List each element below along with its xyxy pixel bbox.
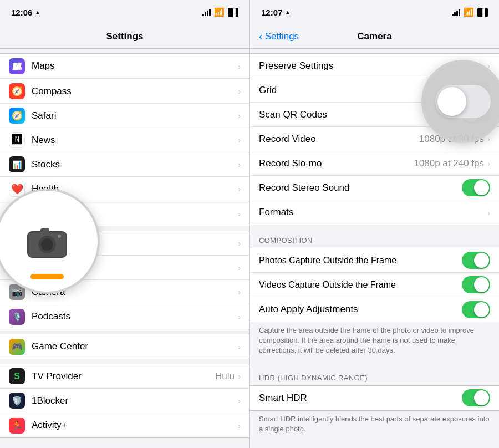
chevron-icon: › [238, 62, 241, 71]
row-label: 1Blocker [32, 395, 238, 406]
chevron-icon: › [238, 86, 241, 96]
composition-footer: Capture the area outside the frame of th… [250, 322, 499, 363]
toggle-zoom-inner [435, 85, 491, 118]
list-item[interactable]: 🗺️ Maps › [0, 54, 249, 78]
chevron-icon: › [238, 209, 241, 218]
right-time: 12:07 [261, 8, 282, 17]
chevron-icon: › [238, 312, 241, 322]
left-phone: 12:06 ▲ 📶 ▐ Settings 🗺️ Maps [0, 0, 249, 448]
auto-apply-toggle[interactable] [462, 301, 490, 318]
toggle-thumb [474, 277, 489, 292]
chevron-icon: › [238, 111, 241, 120]
toggle-thumb [474, 302, 489, 317]
list-item[interactable]: Auto Apply Adjustments [250, 297, 499, 322]
wifi-icon: 📶 [214, 7, 225, 17]
battery-icon: ▐ [477, 8, 488, 17]
row-label: Auto Apply Adjustments [259, 304, 462, 315]
chevron-icon: › [238, 263, 241, 272]
row-label: Compass [32, 86, 238, 97]
photos-outside-toggle[interactable] [462, 252, 490, 269]
toggle-thumb [474, 180, 489, 195]
left-status-bar: 12:06 ▲ 📶 ▐ [0, 0, 249, 24]
row-label: Videos Capture Outside the Frame [259, 280, 462, 290]
compass-icon: 🧭 [9, 83, 25, 99]
right-status-bar: 12:07 ▲ 📶 ▐ [250, 0, 499, 24]
left-location-icon: ▲ [34, 9, 40, 16]
list-item[interactable]: 🧭 Safari › [0, 104, 249, 128]
smart-hdr-toggle[interactable] [462, 389, 490, 406]
videos-outside-toggle[interactable] [462, 276, 490, 293]
row-label: Activity+ [32, 420, 238, 431]
battery-icon: ▐ [228, 8, 238, 17]
toggle-zoom-thumb [437, 87, 466, 116]
toggle-thumb [474, 253, 489, 268]
podcasts-icon: 🎙️ [9, 309, 25, 325]
row-label: Smart HDR [259, 393, 462, 404]
toggle-zoom-circle [421, 60, 499, 143]
chevron-icon: › [238, 396, 241, 405]
back-chevron-icon: ‹ [259, 30, 263, 43]
camera-svg-icon [25, 222, 69, 261]
row-label: Maps [32, 60, 238, 72]
list-item[interactable]: 🎮 Game Center › [0, 334, 249, 359]
svg-point-5 [58, 235, 61, 238]
settings-group-3: 🎮 Game Center › [0, 334, 249, 359]
camera-group-2: Photos Capture Outside the Frame Videos … [250, 248, 499, 322]
list-item[interactable]: Formats › [250, 200, 499, 225]
list-item[interactable]: Record Slo-mo 1080p at 240 fps › [250, 151, 499, 176]
list-item[interactable]: Record Stereo Sound [250, 176, 499, 200]
settings-group-4: S TV Provider Hulu › 🛡️ 1Blocker › 🏃 Act… [0, 364, 249, 438]
left-nav-title: Settings [106, 31, 143, 42]
chevron-icon: › [238, 421, 241, 430]
row-label: Podcasts [32, 311, 238, 322]
composition-section-label: COMPOSITION [250, 225, 499, 248]
app-icon: 🗺️ [9, 58, 25, 74]
right-nav-title: Camera [357, 31, 391, 42]
list-item[interactable]: 🛡️ 1Blocker › [0, 389, 249, 413]
safari-icon: 🧭 [9, 108, 25, 124]
row-value: Hulu [215, 371, 235, 382]
1blocker-icon: 🛡️ [9, 393, 25, 409]
list-item[interactable]: Photos Capture Outside the Frame [250, 248, 499, 273]
list-item[interactable]: Smart HDR [250, 386, 499, 410]
row-label: Safari [32, 110, 238, 121]
row-label: Game Center [32, 341, 238, 352]
record-stereo-toggle[interactable] [462, 179, 490, 196]
signal-icon [452, 9, 460, 16]
chevron-icon: › [487, 208, 490, 217]
row-label: News [32, 135, 238, 146]
back-button[interactable]: ‹ Settings [259, 30, 299, 43]
chevron-icon: › [238, 287, 241, 297]
row-label: Formats [259, 207, 487, 218]
list-item[interactable]: 🎙️ Podcasts › [0, 304, 249, 329]
hdr-section-label: HDR (HIGH DYNAMIC RANGE) [250, 363, 499, 385]
list-item[interactable]: 🧭 Compass › [0, 79, 249, 104]
right-location-icon: ▲ [284, 9, 291, 16]
row-value: 1080p at 240 fps [414, 158, 484, 169]
chevron-icon: › [238, 135, 241, 145]
right-status-icons: 📶 ▐ [452, 7, 488, 17]
chevron-icon: › [238, 160, 241, 169]
hdr-footer: Smart HDR intelligently blends the best … [250, 411, 499, 441]
row-label: Record Video [259, 134, 419, 145]
chevron-icon: › [238, 238, 241, 248]
list-item[interactable]: 🅽 News › [0, 128, 249, 152]
list-item[interactable]: 🏃 Activity+ › [0, 413, 249, 437]
chevron-icon: › [487, 134, 490, 144]
svg-rect-4 [40, 228, 49, 233]
list-item[interactable]: Videos Capture Outside the Frame [250, 273, 499, 297]
record-stereo-label: Record Stereo Sound [259, 182, 462, 194]
gamecenter-icon: 🎮 [9, 339, 25, 355]
list-item[interactable]: S TV Provider Hulu › [0, 364, 249, 389]
row-label: TV Provider [32, 371, 215, 382]
activity-icon: 🏃 [9, 418, 25, 434]
left-status-icons: 📶 ▐ [202, 7, 238, 17]
tvprovider-icon: S [9, 368, 25, 384]
chevron-icon: › [238, 184, 241, 194]
news-icon: 🅽 [9, 132, 25, 148]
orange-bar [30, 274, 64, 279]
list-item[interactable]: 📊 Stocks › [0, 152, 249, 177]
chevron-icon: › [487, 159, 490, 168]
right-phone: 12:07 ▲ 📶 ▐ ‹ Settings Camera Preserv [249, 0, 499, 448]
wifi-icon: 📶 [464, 7, 474, 17]
